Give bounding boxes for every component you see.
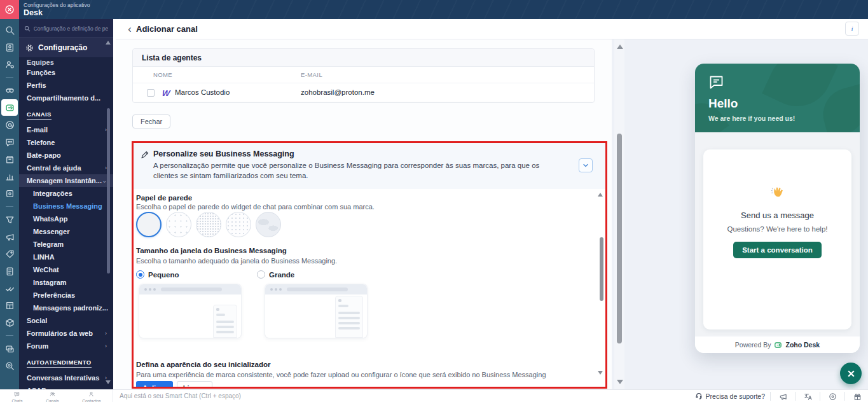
approvals-icon[interactable] [1, 280, 18, 296]
reports-icon[interactable] [1, 297, 18, 314]
back-button[interactable]: ‹ [123, 23, 136, 36]
sidebar-item-business-messaging[interactable]: Business Messaging [19, 200, 113, 212]
main-scrollbar-track [614, 39, 624, 389]
sidebar-item-wechat[interactable]: WeChat [19, 263, 113, 276]
tags-icon[interactable] [1, 246, 18, 262]
sidebar-item-telefone[interactable]: Telefone [19, 136, 113, 149]
widget-close-launcher-button[interactable] [840, 363, 862, 384]
chat-icon[interactable] [1, 134, 18, 150]
marketplace-icon[interactable] [1, 185, 18, 202]
sidebar-scroll-up[interactable] [106, 41, 111, 45]
wallpaper-option-2[interactable] [166, 212, 191, 237]
start-conversation-button[interactable]: Start a conversation [733, 242, 822, 258]
announcement-icon[interactable] [1, 228, 18, 245]
sidebar-item-conversas-interativas[interactable]: Conversas Interativas› [19, 371, 113, 384]
analytics-icon[interactable] [1, 168, 18, 184]
chevron-right-icon: › [105, 330, 107, 336]
panel-scroll-down[interactable] [598, 371, 603, 375]
sidebar-item-linha[interactable]: LINHA [19, 251, 113, 263]
bottom-nav-chats[interactable]: Chats [11, 389, 22, 402]
size-options: Pequeno Grande [136, 270, 390, 281]
panel-scroll-up[interactable] [598, 193, 603, 197]
main-scroll-down[interactable] [617, 380, 623, 384]
bottom-bar-divider [770, 392, 771, 401]
aplicar-button[interactable]: Aplicar [136, 381, 173, 389]
products-icon[interactable] [1, 314, 18, 331]
radio-dot-icon [136, 270, 144, 279]
widget-message-subtitle: Questions? We're here to help! [727, 225, 828, 233]
preview-grande[interactable] [265, 284, 367, 338]
sidebar-item-telegram[interactable]: Telegram [19, 238, 113, 251]
radio-pequeno[interactable]: Pequeno [136, 270, 179, 279]
bottom-nav-canais[interactable]: Canais [46, 389, 59, 402]
sidebar-item-messenger[interactable]: Messenger [19, 225, 113, 238]
wallpaper-option-1[interactable] [136, 212, 162, 237]
feedback-icon[interactable] [825, 392, 839, 401]
sidebar-item-bate-papo[interactable]: Bate-papo [19, 149, 113, 162]
archive-icon[interactable] [1, 151, 18, 167]
launcher-title: Defina a aparência do seu inicializador [136, 361, 271, 368]
widget-message-card: Send us a message Questions? We're here … [703, 149, 851, 329]
sidebar-item-equipes[interactable]: Equipes [19, 57, 113, 66]
sidebar-header-configuracao[interactable]: Configuração [19, 38, 113, 57]
fechar-button[interactable]: Fechar [132, 114, 170, 128]
smart-chat-hint[interactable]: Aqui está o seu Smart Chat (Ctrl + espaç… [120, 392, 241, 399]
user-setup-icon[interactable] [1, 56, 18, 73]
support-button[interactable]: Precisa de suporte? [695, 392, 765, 401]
powered-by-label: Powered By [735, 341, 771, 349]
radio-dot-icon [257, 270, 265, 279]
sidebar-item-social[interactable]: Social [19, 314, 113, 327]
sidebar-item-formul-rios-da-web[interactable]: Formulários da web› [19, 327, 113, 340]
sidebar-item-integra-es[interactable]: Integrações [19, 187, 113, 200]
row-checkbox[interactable] [147, 89, 155, 97]
main-scroll-up[interactable] [617, 45, 623, 49]
contacts-icon[interactable] [1, 39, 18, 55]
bottom-nav-contactos[interactable]: Contactos [82, 389, 100, 402]
sidebar-item-forum[interactable]: Forum› [19, 340, 113, 352]
radio-grande-label: Grande [269, 271, 294, 279]
sidebar-scrollbar[interactable] [107, 108, 110, 274]
sidebar-item-prefer-ncias[interactable]: Preferências [19, 289, 113, 302]
sidebar-item-perfis[interactable]: Perfis [19, 79, 113, 92]
rail-divider [6, 77, 13, 78]
app-logo-icon[interactable] [0, 0, 19, 19]
sidebar-item-whatsapp[interactable]: WhatsApp [19, 212, 113, 225]
sidebar-scroll-down[interactable] [106, 380, 111, 384]
widget-greeting: Hello [708, 97, 738, 111]
whats-new-icon[interactable] [850, 392, 864, 401]
chat-widget-preview: Hello We are here if you need us! Send u… [695, 64, 860, 353]
info-button[interactable]: i [845, 22, 859, 36]
agent-table-row[interactable]: WMarcos Custodiozohobrasil@proton.me [133, 83, 594, 102]
preview-pequeno[interactable] [139, 284, 241, 338]
sidebar-item-instagram[interactable]: Instagram [19, 276, 113, 289]
settings-search-input[interactable]: Configuração e definição de pes [19, 19, 113, 38]
live-view-icon[interactable] [1, 82, 18, 99]
sidebar-item-mensagem-instant-n[interactable]: Mensagem Instantân...⌄ [19, 174, 113, 187]
sidebar-item-mensagens-padroniz[interactable]: Mensagens padroniz... [19, 302, 113, 314]
main-scrollbar[interactable] [617, 134, 622, 343]
bottom-bar-divider [844, 392, 845, 401]
sidebar-item-e-mail[interactable]: E-mail› [19, 123, 113, 136]
tickets-icon[interactable] [1, 340, 18, 357]
zia-search-icon[interactable] [1, 357, 18, 374]
sidebar-item-compartilhamento-d[interactable]: Compartilhamento d... [19, 92, 113, 104]
wallpaper-option-5[interactable] [256, 212, 281, 237]
sidebar-item-fun-es[interactable]: Funções [19, 66, 113, 79]
funnel-icon[interactable] [1, 211, 18, 228]
radio-grande[interactable]: Grande [257, 270, 294, 279]
wallpaper-option-4[interactable] [226, 212, 251, 237]
wallpaper-option-3[interactable] [196, 212, 221, 237]
search-icon[interactable] [1, 22, 18, 38]
top-bar: Configurações do aplicativo Desk [0, 0, 868, 19]
announcement-icon[interactable] [776, 392, 790, 401]
sidebar-item-central-de-ajuda[interactable]: Central de ajuda› [19, 162, 113, 174]
instant-messaging-icon[interactable] [1, 99, 18, 116]
widget-footer: Powered By Zoho Desk [695, 336, 860, 353]
limpar-button[interactable]: Limpar [177, 381, 212, 389]
people-icon [50, 389, 55, 399]
mentions-icon[interactable] [1, 116, 18, 133]
kb-document-icon[interactable] [1, 263, 18, 279]
panel-scrollbar[interactable] [600, 237, 603, 301]
collapse-chevron-button[interactable] [579, 158, 593, 172]
translate-icon[interactable] [801, 392, 815, 401]
